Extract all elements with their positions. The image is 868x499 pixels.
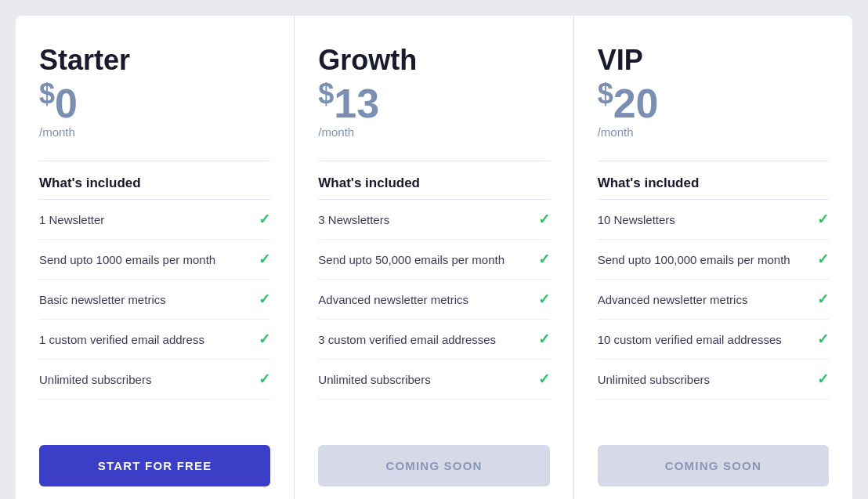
price-num-starter: 0 [55, 81, 78, 126]
feature-item-starter-3: 1 custom verified email address✓ [39, 320, 270, 360]
check-icon-growth-4: ✓ [538, 371, 550, 388]
check-icon-starter-4: ✓ [259, 371, 270, 388]
feature-item-vip-1: Send upto 100,000 emails per month✓ [598, 240, 829, 280]
check-icon-vip-1: ✓ [817, 251, 829, 268]
feature-text-starter-2: Basic newsletter metrics [39, 293, 251, 306]
features-list-starter: 1 Newsletter✓Send upto 1000 emails per m… [39, 200, 270, 423]
pricing-card-vip: VIP$20/monthWhat's included10 Newsletter… [574, 16, 852, 499]
divider-top-growth [318, 161, 549, 161]
check-icon-starter-0: ✓ [259, 211, 270, 228]
cta-button-vip: COMING SOON [598, 445, 829, 486]
feature-text-starter-1: Send upto 1000 emails per month [39, 253, 251, 266]
plan-name-vip: VIP [598, 44, 829, 77]
feature-text-starter-0: 1 Newsletter [39, 213, 251, 226]
feature-item-vip-3: 10 custom verified email addresses✓ [598, 320, 829, 360]
cta-button-starter[interactable]: START FOR FREE [39, 445, 270, 486]
check-icon-starter-3: ✓ [259, 331, 270, 348]
feature-text-vip-4: Unlimited subscribers [598, 373, 809, 386]
check-icon-vip-4: ✓ [817, 371, 829, 388]
whats-included-label-starter: What's included [39, 175, 270, 191]
cta-area-starter: START FOR FREE [39, 445, 270, 486]
feature-item-vip-2: Advanced newsletter metrics✓ [598, 280, 829, 320]
pricing-card-starter: Starter$0/monthWhat's included1 Newslett… [16, 16, 295, 499]
divider-top-starter [39, 161, 270, 161]
feature-item-growth-4: Unlimited subscribers✓ [318, 360, 549, 400]
check-icon-starter-1: ✓ [259, 251, 270, 268]
plan-period-growth: /month [318, 125, 549, 139]
cta-button-growth: COMING SOON [318, 445, 549, 486]
feature-text-growth-0: 3 Newsletters [318, 213, 530, 226]
check-icon-vip-3: ✓ [817, 331, 829, 348]
check-icon-starter-2: ✓ [259, 291, 270, 308]
price-dollar-starter: $ [39, 78, 55, 110]
features-list-growth: 3 Newsletters✓Send upto 50,000 emails pe… [318, 200, 549, 423]
cta-area-growth: COMING SOON [318, 445, 549, 486]
feature-item-starter-1: Send upto 1000 emails per month✓ [39, 240, 270, 280]
feature-text-growth-1: Send upto 50,000 emails per month [318, 253, 530, 266]
feature-item-growth-3: 3 custom verified email addresses✓ [318, 320, 549, 360]
price-dollar-vip: $ [598, 78, 613, 110]
pricing-card-growth: Growth$13/monthWhat's included3 Newslett… [295, 16, 573, 499]
plan-period-vip: /month [598, 125, 829, 139]
plan-price-growth: $13 [318, 80, 549, 124]
feature-item-vip-0: 10 Newsletters✓ [598, 200, 829, 240]
check-icon-vip-0: ✓ [817, 211, 829, 228]
plan-name-growth: Growth [318, 44, 549, 77]
pricing-container: Starter$0/monthWhat's included1 Newslett… [16, 16, 852, 499]
divider-top-vip [598, 161, 829, 161]
check-icon-growth-0: ✓ [538, 211, 550, 228]
whats-included-label-vip: What's included [598, 175, 829, 191]
plan-price-vip: $20 [598, 80, 829, 124]
feature-text-starter-4: Unlimited subscribers [39, 373, 251, 386]
check-icon-growth-1: ✓ [538, 251, 550, 268]
feature-text-vip-2: Advanced newsletter metrics [598, 293, 809, 306]
price-num-vip: 20 [613, 81, 659, 126]
feature-item-starter-4: Unlimited subscribers✓ [39, 360, 270, 400]
whats-included-label-growth: What's included [318, 175, 549, 191]
check-icon-growth-2: ✓ [538, 291, 550, 308]
check-icon-vip-2: ✓ [817, 291, 829, 308]
feature-text-growth-3: 3 custom verified email addresses [318, 333, 530, 346]
check-icon-growth-3: ✓ [538, 331, 550, 348]
feature-item-starter-0: 1 Newsletter✓ [39, 200, 270, 240]
feature-item-starter-2: Basic newsletter metrics✓ [39, 280, 270, 320]
feature-text-vip-0: 10 Newsletters [598, 213, 809, 226]
cta-area-vip: COMING SOON [598, 445, 829, 486]
feature-text-growth-2: Advanced newsletter metrics [318, 293, 530, 306]
feature-item-vip-4: Unlimited subscribers✓ [598, 360, 829, 400]
price-dollar-growth: $ [318, 78, 334, 110]
feature-item-growth-2: Advanced newsletter metrics✓ [318, 280, 549, 320]
plan-name-starter: Starter [39, 44, 270, 77]
plan-price-starter: $0 [39, 80, 270, 124]
plan-period-starter: /month [39, 125, 270, 139]
feature-item-growth-1: Send upto 50,000 emails per month✓ [318, 240, 549, 280]
feature-text-starter-3: 1 custom verified email address [39, 333, 251, 346]
features-list-vip: 10 Newsletters✓Send upto 100,000 emails … [598, 200, 829, 423]
price-num-growth: 13 [334, 81, 379, 126]
feature-text-vip-3: 10 custom verified email addresses [598, 333, 809, 346]
feature-text-growth-4: Unlimited subscribers [318, 373, 530, 386]
feature-item-growth-0: 3 Newsletters✓ [318, 200, 549, 240]
feature-text-vip-1: Send upto 100,000 emails per month [598, 253, 809, 266]
